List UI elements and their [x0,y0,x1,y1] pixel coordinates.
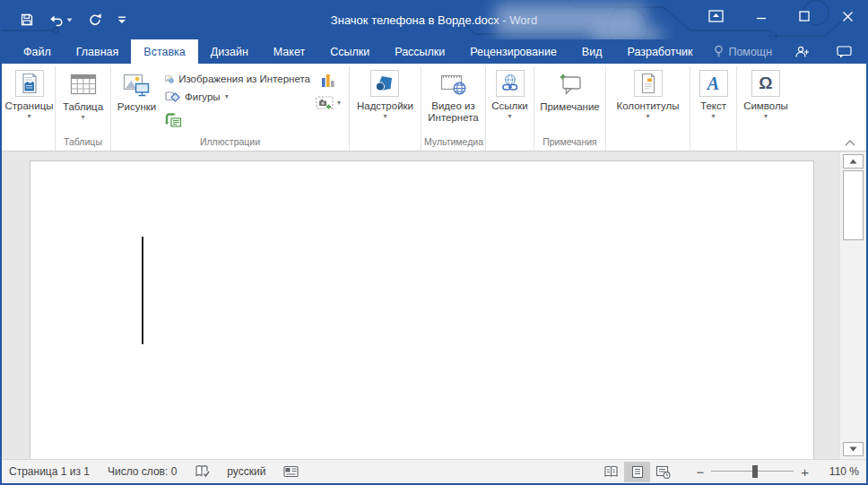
header-footer-button[interactable]: Колонтитулы ▾ [617,67,680,120]
pictures-button[interactable]: Рисунки [114,67,160,112]
ribbon-group-addins: Надстройки ▾ [350,66,421,151]
zoom-in-button[interactable]: + [794,464,816,480]
collapse-ribbon-button[interactable] [845,140,855,146]
shapes-button[interactable]: Фигуры ▾ [165,88,310,106]
chart-button[interactable] [321,73,335,88]
print-layout-button[interactable] [624,462,650,482]
quick-access-toolbar [20,0,126,39]
word-count[interactable]: Число слов: 0 [108,465,177,478]
ribbon-group-links: Ссылки ▾ [486,66,534,151]
redo-button[interactable] [88,13,102,27]
read-mode-button[interactable] [598,462,624,482]
pages-icon [15,70,44,97]
page-indicator[interactable]: Страница 1 из 1 [9,465,90,478]
comment-icon [557,70,582,98]
zoom-slider-handle[interactable] [752,465,758,478]
lightbulb-icon [714,45,724,58]
zoom-level[interactable]: 110 % [816,465,859,478]
dropdown-icon: ▾ [711,113,715,120]
comments-pane-button[interactable] [837,46,852,58]
document-page[interactable] [30,160,814,459]
zoom-out-button[interactable]: − [689,464,711,480]
customize-quick-access-button[interactable] [117,16,126,24]
save-button[interactable] [20,13,34,27]
tab-insert[interactable]: Вставка [131,39,197,64]
tab-view[interactable]: Вид [569,39,615,64]
ribbon-group-illustrations: Рисунки Изображения из Интернета Фигуры … [111,66,350,151]
ribbon-display-options-button[interactable] [708,10,724,22]
zoom-slider[interactable] [711,465,794,478]
links-icon [496,70,525,97]
ribbon-group-header-footer: Колонтитулы ▾ [606,66,690,151]
scroll-down-button[interactable] [843,442,864,456]
maximize-button[interactable] [799,11,810,22]
word-window: Значок телефона в Ворде.docx - Word Файл… [0,0,868,485]
vertical-scrollbar[interactable] [839,152,866,459]
text-a-icon: A [699,70,728,97]
undo-button[interactable] [49,13,73,27]
undo-dropdown-icon [66,18,73,22]
ribbon-group-media: Видео из Интернета Мультимедиа [421,66,486,151]
header-footer-icon [634,70,663,97]
symbols-button[interactable]: Ω Символы ▾ [743,67,788,120]
dropdown-icon: ▾ [646,113,649,120]
addins-icon [370,70,399,97]
ribbon-group-comments: Примечание Примечания [534,66,606,151]
status-bar: Страница 1 из 1 Число слов: 0 русский − … [2,459,866,483]
window-controls [708,0,854,32]
pages-button[interactable]: Страницы ▾ [5,67,54,120]
document-area[interactable] [2,152,866,459]
tab-mailings[interactable]: Рассылки [382,39,457,64]
tab-design[interactable]: Дизайн [198,39,261,64]
online-video-button[interactable]: Видео из Интернета [425,67,482,124]
chart-icon [321,73,335,88]
dropdown-icon: ▾ [764,113,768,120]
new-comment-button[interactable]: Примечание [540,67,600,112]
tab-home[interactable]: Главная [64,39,132,64]
tab-file[interactable]: Файл [11,39,64,64]
screenshot-icon [316,96,334,110]
input-method-icon[interactable] [283,465,299,478]
addins-button[interactable]: Надстройки ▾ [357,67,413,120]
smartart-icon [165,113,182,127]
share-button[interactable] [794,45,810,58]
language-indicator[interactable]: русский [227,465,265,478]
table-icon [70,70,97,98]
tab-developer[interactable]: Разработчик [614,39,705,64]
scroll-up-button[interactable] [843,154,864,169]
zoom-control: − + [689,464,816,480]
ribbon-group-symbols: Ω Символы ▾ [737,66,794,151]
tab-review[interactable]: Рецензирование [457,39,569,64]
online-video-icon [440,70,467,98]
web-layout-button[interactable] [650,462,676,482]
online-pictures-button[interactable]: Изображения из Интернета [165,70,310,88]
close-button[interactable] [842,11,854,22]
screenshot-button[interactable]: ▾ [316,96,341,110]
text-cursor [142,237,143,344]
minimize-button[interactable] [756,11,767,22]
text-button[interactable]: A Текст ▾ [699,67,728,120]
ribbon-group-pages: Страницы ▾ [4,66,56,151]
proofing-status-icon[interactable] [195,464,211,479]
dropdown-icon: ▾ [225,93,229,100]
pictures-icon [123,70,151,98]
ribbon-group-tables: Таблица ▾ Таблицы [56,66,111,151]
tab-references[interactable]: Ссылки [317,39,382,64]
ribbon: Страницы ▾ Таблица ▾ Таблицы [2,64,866,152]
table-button[interactable]: Таблица ▾ [63,67,103,121]
ribbon-tabs: Файл Главная Вставка Дизайн Макет Ссылки… [0,39,868,64]
smartart-button[interactable] [165,111,310,129]
tab-layout[interactable]: Макет [261,39,317,64]
shapes-icon [165,91,180,103]
title-bar: Значок телефона в Ворде.docx - Word [0,0,868,39]
dropdown-icon: ▾ [27,113,30,120]
links-button[interactable]: Ссылки ▾ [491,67,528,120]
redacted-user-area-2 [592,27,664,39]
dropdown-icon: ▾ [383,113,386,120]
ribbon-group-text: A Текст ▾ [690,66,737,151]
dropdown-icon: ▾ [508,113,511,120]
omega-icon: Ω [751,70,780,97]
tell-me-assistant[interactable]: Помощн [705,39,781,64]
dropdown-icon: ▾ [81,114,84,121]
scrollbar-thumb[interactable] [843,170,864,240]
